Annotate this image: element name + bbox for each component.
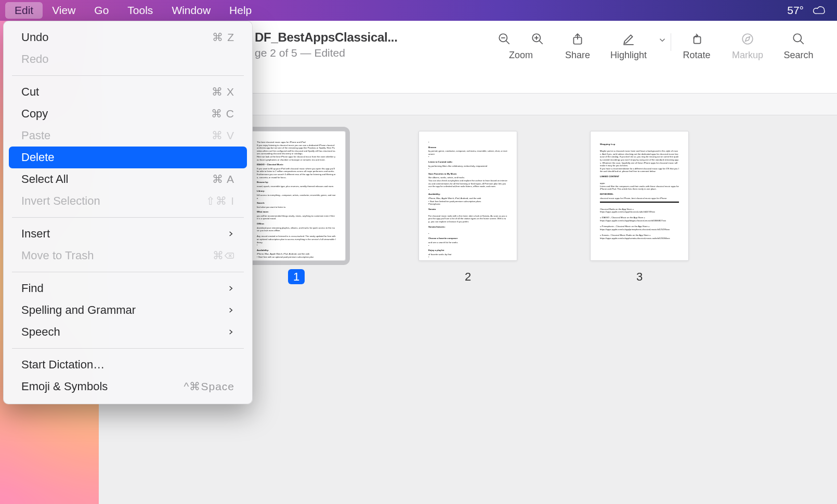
menu-go[interactable]: Go xyxy=(85,2,118,19)
markup-button[interactable]: Markup xyxy=(722,31,773,61)
menubar-weather[interactable]: 57° xyxy=(787,4,804,17)
page-num-3: 3 xyxy=(636,270,643,284)
highlight-button[interactable]: Highlight xyxy=(603,31,654,61)
highlight-label: Highlight xyxy=(610,50,647,61)
search-button[interactable]: Search xyxy=(773,31,824,61)
submenu-arrow-icon xyxy=(227,307,234,314)
svg-line-4 xyxy=(539,41,543,44)
menu-item-insert[interactable]: Insert xyxy=(9,223,247,245)
menu-bar[interactable]: Edit View Go Tools Window Help 57° xyxy=(0,0,837,21)
menu-item-find[interactable]: Find xyxy=(9,277,247,299)
submenu-arrow-icon xyxy=(227,285,234,292)
menu-item-shortcut: ⌘ Z xyxy=(212,31,234,44)
menu-item-label: Copy xyxy=(21,107,48,121)
zoom-out-button[interactable] xyxy=(496,31,512,47)
rotate-button[interactable]: Rotate xyxy=(671,31,722,61)
menu-item-label: Find xyxy=(21,282,44,295)
zoom-in-button[interactable] xyxy=(530,31,545,47)
menu-item-label: Delete xyxy=(21,151,55,164)
markup-label: Markup xyxy=(732,50,763,61)
search-icon xyxy=(791,31,806,47)
menu-window[interactable]: Window xyxy=(162,2,220,19)
menu-item-label: Cut xyxy=(21,85,39,99)
menu-separator xyxy=(12,75,244,76)
svg-rect-10 xyxy=(694,37,701,44)
menu-edit[interactable]: Edit xyxy=(5,2,43,19)
menu-item-label: Spelling and Grammar xyxy=(21,303,136,317)
page-num-1: 1 xyxy=(288,270,305,284)
zoom-group: Zoom xyxy=(490,31,552,61)
menu-item-redo: Redo xyxy=(9,48,247,70)
menu-item-invert-selection: Invert Selection⇧⌘ I xyxy=(9,190,247,212)
menu-item-label: Invert Selection xyxy=(21,194,100,208)
share-button[interactable]: Share xyxy=(552,31,603,61)
menu-item-emoji-symbols[interactable]: Emoji & Symbols^⌘Space xyxy=(9,376,247,397)
window-title: DF_BestAppsClassical... xyxy=(255,30,398,45)
menu-item-start-dictation[interactable]: Start Dictation… xyxy=(9,354,247,376)
svg-line-13 xyxy=(800,41,804,44)
svg-line-1 xyxy=(506,41,509,44)
menu-item-copy[interactable]: Copy⌘ C xyxy=(9,103,247,125)
rotate-icon xyxy=(689,31,704,47)
page-thumb-2-wrap: • Browse by period, genre, conductor, co… xyxy=(418,131,517,284)
menu-item-move-to-trash: Move to Trash⌘ xyxy=(9,245,247,267)
menu-item-shortcut: ^⌘Space xyxy=(184,380,234,393)
menu-item-select-all[interactable]: Select All⌘ A xyxy=(9,168,247,190)
cloud-icon[interactable] xyxy=(812,5,827,16)
menu-item-shortcut: ⌘ C xyxy=(211,108,234,120)
menu-item-shortcut: ⌘ X xyxy=(212,86,234,98)
menu-item-label: Speech xyxy=(21,325,60,339)
menu-item-delete[interactable]: Delete xyxy=(9,147,247,168)
window-subtitle: ge 2 of 5 — Edited xyxy=(255,47,398,59)
markup-icon xyxy=(740,31,755,47)
page-thumb-1-preview: The best classical music apps for iPhone… xyxy=(257,141,336,251)
menu-tools[interactable]: Tools xyxy=(118,2,162,19)
page-thumb-3-wrap: Wrapping it up Maybe you've a classical … xyxy=(590,131,689,284)
menu-item-label: Insert xyxy=(21,227,50,241)
menu-item-shortcut: ⇧⌘ I xyxy=(206,195,234,207)
svg-point-12 xyxy=(793,34,801,42)
menu-item-label: Select All xyxy=(21,173,69,186)
menu-item-label: Start Dictation… xyxy=(21,358,104,372)
highlight-dropdown-chevron[interactable] xyxy=(654,31,671,45)
menu-item-shortcut: ⌘ A xyxy=(212,173,234,185)
page-thumb-1-wrap: The best classical music apps for iPhone… xyxy=(247,131,346,284)
menu-item-undo[interactable]: Undo⌘ Z xyxy=(9,26,247,48)
menu-item-spelling-and-grammar[interactable]: Spelling and Grammar xyxy=(9,299,247,321)
menu-item-paste: Paste⌘ V xyxy=(9,125,247,147)
menu-item-shortcut: ⌘ V xyxy=(212,129,234,142)
menu-item-label: Emoji & Symbols xyxy=(21,380,108,393)
menubar-right: 57° xyxy=(787,4,832,17)
menu-item-label: Paste xyxy=(21,129,50,142)
menu-item-speech[interactable]: Speech xyxy=(9,321,247,343)
share-icon xyxy=(570,31,585,47)
highlight-icon xyxy=(621,31,636,47)
page-thumb-3-preview: Wrapping it up Maybe you've a classical … xyxy=(600,141,679,251)
rotate-label: Rotate xyxy=(683,50,710,61)
menu-separator xyxy=(12,217,244,218)
search-label: Search xyxy=(783,50,813,61)
share-label: Share xyxy=(565,50,590,61)
menu-separator xyxy=(12,272,244,272)
page-thumb-2[interactable]: • Browse by period, genre, conductor, co… xyxy=(418,131,517,261)
submenu-arrow-icon xyxy=(227,230,234,237)
menu-help[interactable]: Help xyxy=(220,2,261,19)
menu-item-label: Undo xyxy=(21,31,49,44)
menu-view[interactable]: View xyxy=(43,2,85,19)
menu-item-cut[interactable]: Cut⌘ X xyxy=(9,81,247,103)
title-block: DF_BestAppsClassical... ge 2 of 5 — Edit… xyxy=(255,30,398,59)
submenu-arrow-icon xyxy=(227,328,234,336)
edit-menu-dropdown[interactable]: Undo⌘ ZRedoCut⌘ XCopy⌘ CPaste⌘ VDeleteSe… xyxy=(3,21,253,404)
menu-separator xyxy=(12,348,244,349)
page-thumb-3[interactable]: Wrapping it up Maybe you've a classical … xyxy=(590,131,689,261)
menu-item-shortcut: ⌘ xyxy=(213,249,234,262)
toolbar: Zoom Share Highlight Rotate xyxy=(490,31,824,61)
zoom-label: Zoom xyxy=(509,50,533,61)
page-thumb-2-preview: • Browse by period, genre, conductor, co… xyxy=(428,141,507,251)
menu-item-label: Move to Trash xyxy=(21,249,94,262)
menu-item-label: Redo xyxy=(21,52,49,66)
svg-point-11 xyxy=(742,34,753,44)
page-thumb-1[interactable]: The best classical music apps for iPhone… xyxy=(247,131,346,261)
page-num-2: 2 xyxy=(465,270,471,284)
